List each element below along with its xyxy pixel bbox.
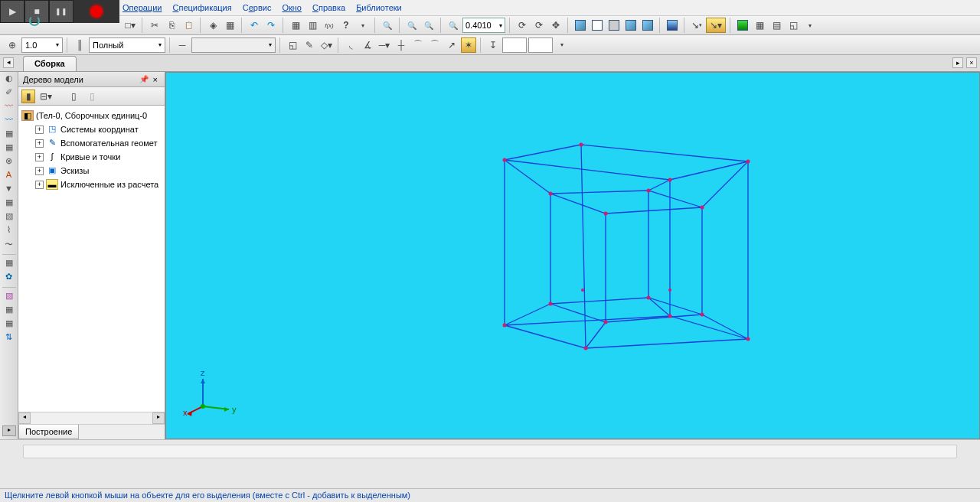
tree-item-coords[interactable]: +◳Системы координат bbox=[18, 122, 165, 136]
help-button[interactable] bbox=[338, 18, 354, 33]
tool-button[interactable]: ⌒ bbox=[427, 37, 443, 53]
hidden-lines-button[interactable] bbox=[606, 18, 622, 33]
tool-icon[interactable]: ▦ bbox=[2, 318, 16, 331]
tool-icon[interactable]: ▦ bbox=[2, 305, 16, 317]
dropdown-icon[interactable]: ▾ bbox=[554, 37, 570, 53]
tool-icon[interactable]: ⊗ bbox=[2, 156, 16, 168]
tool-button[interactable]: ▦ bbox=[752, 18, 767, 33]
tool-button[interactable]: ┼ bbox=[394, 37, 409, 53]
tool-button[interactable]: ◱ bbox=[786, 18, 801, 33]
perspective-button[interactable] bbox=[665, 18, 680, 33]
cut-button[interactable] bbox=[147, 18, 162, 33]
dropdown-icon[interactable]: ▾ bbox=[122, 18, 138, 33]
tree-tool-button[interactable]: ▯ bbox=[66, 89, 81, 104]
zoom-in-button[interactable] bbox=[404, 18, 420, 33]
dropdown-icon[interactable]: ▾ bbox=[355, 18, 371, 33]
tool-icon[interactable]: 〰 bbox=[2, 115, 16, 127]
tab-scroll-left[interactable]: ◂ bbox=[3, 57, 14, 68]
tool-icon[interactable]: ▧ bbox=[2, 291, 16, 303]
pan-button[interactable] bbox=[548, 18, 564, 33]
step-icon[interactable]: ⊕ bbox=[5, 37, 20, 53]
step-input[interactable]: 1.0▾ bbox=[21, 37, 63, 53]
tool-icon[interactable]: ▦ bbox=[2, 142, 16, 155]
tool-button[interactable]: ◈ bbox=[205, 18, 220, 33]
menu-help[interactable]: Справка bbox=[312, 3, 345, 12]
copy-button[interactable] bbox=[164, 18, 179, 33]
paste-button[interactable] bbox=[181, 18, 196, 33]
tree-hscrollbar[interactable]: ◂ ▸ bbox=[18, 412, 165, 424]
3d-viewport[interactable]: x y z bbox=[165, 72, 980, 439]
zoom-out-button[interactable] bbox=[421, 18, 436, 33]
dropdown-icon[interactable]: ▾ bbox=[802, 18, 818, 33]
expand-icon[interactable]: + bbox=[35, 126, 44, 134]
coord-y-field[interactable] bbox=[528, 37, 553, 53]
tree-mode-button[interactable]: ⊟▾ bbox=[38, 89, 54, 104]
tab-assembly[interactable]: Сборка bbox=[23, 56, 77, 71]
expand-icon[interactable]: + bbox=[35, 153, 44, 161]
line-style-select[interactable]: Полный▾ bbox=[89, 37, 165, 53]
tool-button[interactable]: ↧ bbox=[485, 37, 501, 53]
zoom-scale-button[interactable] bbox=[446, 18, 461, 33]
expand-icon[interactable]: + bbox=[35, 139, 44, 148]
rec-pause-button[interactable] bbox=[49, 0, 74, 23]
variables-button[interactable] bbox=[322, 18, 337, 33]
tool-button[interactable]: ◟ bbox=[343, 37, 358, 53]
tree-root[interactable]: ◧(Тел-0, Сборочных единиц-0 bbox=[18, 109, 165, 122]
coord-x-field[interactable] bbox=[502, 37, 527, 53]
gear-icon[interactable]: ✿ bbox=[2, 272, 16, 284]
tool-button[interactable]: ▤ bbox=[769, 18, 784, 33]
tool-icon[interactable]: ◐ bbox=[2, 73, 16, 86]
tree-tool-button[interactable]: ▯ bbox=[84, 89, 100, 104]
tool-button[interactable]: ▥ bbox=[305, 18, 320, 33]
tool-button[interactable]: ─ bbox=[175, 37, 190, 53]
tree-item-aux-geom[interactable]: +✎Вспомогательная геомет bbox=[18, 136, 165, 150]
wireframe-button[interactable] bbox=[590, 18, 605, 33]
expand-icon[interactable]: + bbox=[35, 181, 44, 189]
tree-display-button[interactable]: ▮ bbox=[21, 90, 35, 103]
shaded-edges-button[interactable] bbox=[640, 18, 655, 33]
rec-play-button[interactable] bbox=[0, 0, 24, 23]
tab-scroll-right[interactable]: ▸ bbox=[952, 57, 963, 68]
scroll-left-button[interactable]: ◂ bbox=[18, 412, 31, 424]
shaded-button[interactable] bbox=[623, 18, 639, 33]
tool-button[interactable]: ↗ bbox=[444, 37, 459, 53]
scale-input[interactable]: 0.4010▾ bbox=[462, 18, 505, 33]
tool-icon[interactable]: ▼ bbox=[2, 184, 16, 196]
tool-button[interactable]: ∡ bbox=[360, 37, 375, 53]
menu-specification[interactable]: Спецификация bbox=[172, 3, 231, 12]
expand-icon[interactable]: + bbox=[35, 167, 44, 175]
tool-button[interactable]: ─▾ bbox=[377, 37, 392, 53]
tool-button[interactable]: ⌒ bbox=[410, 37, 426, 53]
tool-icon[interactable]: ▧ bbox=[2, 211, 16, 223]
tool-button[interactable]: ↘▾ bbox=[706, 18, 726, 33]
tool-button[interactable]: ↘▾ bbox=[689, 18, 704, 33]
tree-body[interactable]: ◧(Тел-0, Сборочных единиц-0 +◳Системы ко… bbox=[18, 106, 165, 412]
redo-button[interactable] bbox=[263, 18, 279, 33]
scroll-right-button[interactable]: ▸ bbox=[152, 412, 165, 424]
tool-icon[interactable]: ▦ bbox=[2, 129, 16, 141]
tool-icon[interactable]: 〰 bbox=[2, 101, 16, 113]
tool-button[interactable]: ◇▾ bbox=[318, 37, 334, 53]
tab-build[interactable]: Построение bbox=[18, 425, 79, 439]
properties-button[interactable] bbox=[222, 18, 237, 33]
tree-item-excluded[interactable]: +▬Исключенные из расчета bbox=[18, 178, 165, 191]
orbit-button[interactable] bbox=[531, 18, 547, 33]
tree-item-sketches[interactable]: +▣Эскизы bbox=[18, 164, 165, 178]
tool-icon[interactable]: 〜 bbox=[2, 239, 16, 251]
rotate-button[interactable] bbox=[514, 18, 530, 33]
tool-icon[interactable]: ▦ bbox=[2, 258, 16, 270]
menu-operations[interactable]: Операции bbox=[122, 3, 162, 12]
tool-button[interactable]: ◱ bbox=[285, 37, 300, 53]
scroll-track[interactable] bbox=[31, 412, 152, 424]
rebuild-button[interactable] bbox=[735, 18, 750, 33]
tool-button[interactable]: ✶ bbox=[461, 37, 476, 53]
tool-icon[interactable]: ⇅ bbox=[2, 332, 16, 344]
close-icon[interactable]: × bbox=[151, 75, 160, 84]
tool-icon[interactable]: ▦ bbox=[2, 197, 16, 210]
rec-record-indicator[interactable] bbox=[74, 0, 119, 23]
tool-button[interactable]: ✎ bbox=[302, 37, 317, 53]
menu-window[interactable]: Окно bbox=[282, 3, 302, 12]
tool-icon[interactable]: ✐ bbox=[2, 87, 16, 99]
iso-view-button[interactable] bbox=[573, 18, 588, 33]
tree-item-curves[interactable]: +∫Кривые и точки bbox=[18, 150, 165, 164]
